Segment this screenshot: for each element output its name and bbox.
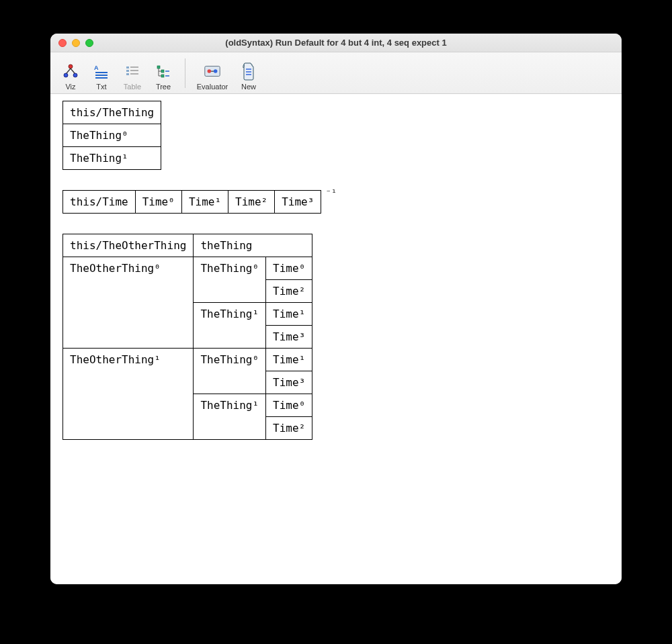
evaluator-icon <box>203 62 222 81</box>
svg-rect-10 <box>126 70 129 72</box>
svg-rect-11 <box>126 73 129 75</box>
other-table: this/TheOtherThing theThing TheOtherThin… <box>62 234 312 440</box>
other-time-cell: Time⁰ <box>266 257 312 280</box>
thing-table: this/TheThing TheThing⁰ TheThing¹ <box>62 101 161 170</box>
new-label: New <box>241 83 256 91</box>
svg-point-24 <box>208 69 212 73</box>
time-cell: this/Time <box>63 191 136 214</box>
svg-rect-15 <box>157 66 160 68</box>
svg-point-2 <box>73 73 77 77</box>
viz-icon <box>61 62 80 81</box>
toolbar-separator <box>185 58 185 88</box>
thing-row: TheThing¹ <box>63 147 161 170</box>
time-table: this/Time Time⁰ Time¹ Time² Time³ <box>62 190 321 214</box>
evaluator-label: Evaluator <box>197 83 228 91</box>
app-window: (oldSyntax) Run Default for 4 but 4 int,… <box>50 34 622 584</box>
other-time-cell: Time¹ <box>266 303 312 326</box>
other-time-cell: Time³ <box>266 371 312 394</box>
thing-row: TheThing⁰ <box>63 124 161 147</box>
evaluator-button[interactable]: Evaluator <box>192 54 233 92</box>
time-cell: Time² <box>228 191 275 214</box>
viz-button[interactable]: Viz <box>56 54 85 92</box>
table-label: Table <box>124 83 141 91</box>
svg-line-3 <box>67 68 71 73</box>
time-annotation: ⁻¹ <box>325 187 337 198</box>
other-time-cell: Time⁰ <box>266 394 312 417</box>
other-time-cell: Time² <box>266 280 312 303</box>
toolbar: Viz A Txt <box>50 52 622 94</box>
content-pane: this/TheThing TheThing⁰ TheThing¹ this/T… <box>50 94 622 584</box>
tree-button[interactable]: Tree <box>149 54 178 92</box>
svg-point-1 <box>64 73 68 77</box>
other-time-cell: Time¹ <box>266 349 312 371</box>
table-icon <box>123 62 142 81</box>
minimize-icon[interactable] <box>72 39 80 47</box>
txt-label: Txt <box>96 83 106 91</box>
svg-line-4 <box>71 68 75 73</box>
other-thing-cell: TheThing⁰ <box>194 257 266 303</box>
svg-rect-16 <box>161 70 164 73</box>
tree-label: Tree <box>156 83 171 91</box>
svg-rect-17 <box>161 75 164 77</box>
svg-point-25 <box>214 69 218 73</box>
titlebar: (oldSyntax) Run Default for 4 but 4 int,… <box>50 34 622 52</box>
thing-header: this/TheThing <box>63 101 161 124</box>
tree-icon <box>154 62 173 81</box>
table-button[interactable]: Table <box>118 54 147 92</box>
close-icon[interactable] <box>58 39 67 47</box>
txt-button[interactable]: A Txt <box>87 54 116 92</box>
svg-point-0 <box>69 64 73 68</box>
other-row-label: TheOtherThing¹ <box>63 349 194 440</box>
other-header: this/TheOtherThing <box>63 234 194 257</box>
other-thing-cell: TheThing¹ <box>194 303 266 349</box>
other-row-label: TheOtherThing⁰ <box>63 257 194 349</box>
viz-label: Viz <box>65 83 75 91</box>
other-thing-cell: TheThing¹ <box>194 394 266 440</box>
time-cell: Time³ <box>275 191 321 214</box>
txt-icon: A <box>92 62 111 81</box>
other-time-cell: Time³ <box>266 326 312 349</box>
other-time-cell: Time² <box>266 417 312 440</box>
window-title: (oldSyntax) Run Default for 4 but 4 int,… <box>50 38 622 48</box>
new-icon <box>239 62 258 81</box>
traffic-lights <box>50 39 93 47</box>
new-button[interactable]: New <box>234 54 263 92</box>
zoom-icon[interactable] <box>85 39 93 47</box>
svg-text:A: A <box>94 64 99 71</box>
svg-rect-9 <box>126 66 129 68</box>
time-cell: Time⁰ <box>135 191 181 214</box>
other-header: theThing <box>194 234 312 257</box>
time-cell: Time¹ <box>181 191 228 214</box>
other-thing-cell: TheThing⁰ <box>194 349 266 394</box>
